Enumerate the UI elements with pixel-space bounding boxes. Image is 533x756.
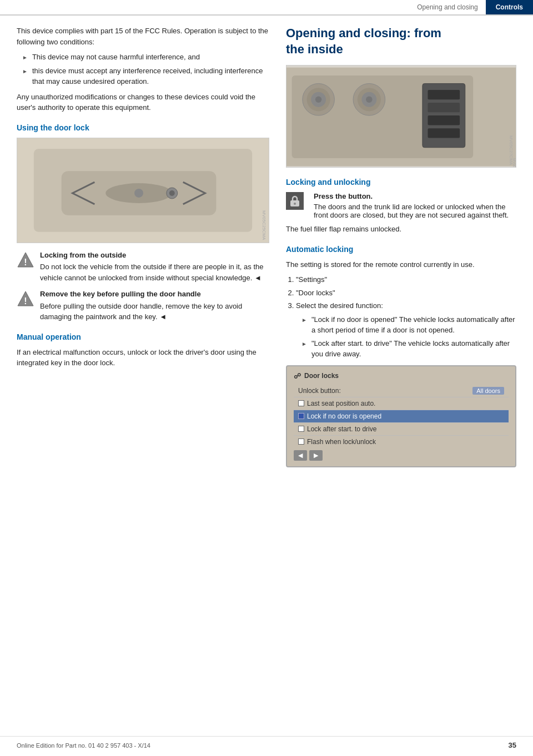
warning-triangle-icon-1: ! — [17, 251, 34, 269]
svg-point-28 — [294, 203, 296, 205]
screen-checkbox-2[interactable] — [298, 413, 304, 419]
warning-body-2: Before pulling the outside door handle, … — [40, 302, 242, 321]
press-button-text: Press the button. — [314, 192, 516, 200]
screen-row-1: Last seat position auto. — [294, 397, 509, 410]
left-column: This device complies with part 15 of the… — [17, 26, 269, 467]
warning-text-1: Locking from the outside Do not lock the… — [40, 250, 269, 284]
warning-box-1: ! Locking from the outside Do not lock t… — [17, 250, 269, 284]
bullet-text-2: this device must accept any interference… — [32, 65, 269, 87]
bullet-arrow-2: ► — [22, 67, 28, 75]
screen-ui: ☍ Door locks Unlock button: All doors La… — [286, 365, 516, 467]
intro-text: This device complies with part 15 of the… — [17, 26, 269, 47]
svg-rect-25 — [428, 128, 460, 138]
footer-edition-text: Online Edition for Part no. 01 40 2 957 … — [17, 742, 150, 749]
press-button-row: Press the button. The doors and the trun… — [286, 192, 516, 219]
interior-image: MV05C27CMA MV05C27CMA — [286, 65, 516, 168]
step-3-label: Select the desired function: — [296, 301, 383, 310]
screen-unlock-label: Unlock button: — [298, 387, 341, 395]
screen-unlock-value: All doors — [472, 387, 504, 395]
options-list: ► "Lock if no door is opened" The vehicl… — [296, 314, 516, 360]
locking-unlocking-heading: Locking and unlocking — [286, 178, 516, 187]
main-heading-line1: Opening and closing: from — [286, 26, 441, 40]
steps-list: "Settings" "Door locks" Select the desir… — [286, 274, 516, 360]
screen-title-icon: ☍ — [294, 372, 301, 380]
warning-text-2: Remove the key before pulling the door h… — [40, 289, 269, 322]
image-watermark-right: MV05C27CMA — [509, 135, 514, 165]
option-arrow-1: ► — [301, 316, 307, 324]
warning-body-1: Do not lock the vehicle from the outside… — [40, 263, 264, 282]
screen-checkbox-4[interactable] — [298, 439, 304, 445]
footer: Online Edition for Part no. 01 40 2 957 … — [0, 736, 533, 749]
screen-row-highlighted-label: Lock if no door is opened — [298, 412, 504, 420]
right-column: Opening and closing: from the inside — [286, 26, 516, 467]
bullet-list: ► This device may not cause harmful inte… — [17, 52, 269, 87]
svg-rect-23 — [428, 103, 460, 112]
screen-title-bar: ☍ Door locks — [294, 372, 509, 380]
step-1: "Settings" — [296, 274, 516, 285]
svg-point-6 — [169, 190, 175, 196]
bullet-item-2: ► this device must accept any interferen… — [22, 65, 269, 87]
svg-point-16 — [315, 97, 322, 103]
unauthorized-text: Any unauthorized modifications or change… — [17, 92, 269, 113]
option-text-1: "Lock if no door is opened" The vehicle … — [311, 314, 516, 336]
screen-nav-arrows: ◀ ▶ — [294, 450, 509, 461]
screen-nav-right[interactable]: ▶ — [309, 450, 323, 461]
main-content: This device complies with part 15 of the… — [0, 16, 533, 484]
warning-triangle-icon-2: ! — [17, 290, 34, 308]
svg-point-4 — [134, 189, 143, 198]
screen-checkbox-3[interactable] — [298, 426, 304, 432]
screen-checkbox-1[interactable] — [298, 400, 304, 406]
screen-row-highlighted: Lock if no door is opened — [294, 410, 509, 423]
svg-text:!: ! — [24, 258, 27, 267]
bullet-arrow-1: ► — [22, 53, 28, 62]
bullet-text-1: This device may not cause harmful interf… — [32, 52, 200, 63]
option-2: ► "Lock after start. to drive" The vehic… — [301, 338, 516, 360]
lock-svg-icon — [288, 194, 301, 208]
option-arrow-2: ► — [301, 340, 307, 348]
warning-title-2: Remove the key before pulling the door h… — [40, 289, 269, 300]
warning-box-2: ! Remove the key before pulling the door… — [17, 289, 269, 322]
door-lock-image: MV05C25CMA — [17, 138, 269, 243]
automatic-locking-text: The setting is stored for the remote con… — [286, 259, 516, 270]
svg-rect-24 — [428, 115, 460, 125]
screen-row-3: Lock after start. to drive — [294, 423, 509, 436]
warning-end-2: ◄ — [159, 313, 167, 321]
doors-trunk-text: The doors and the trunk lid are locked o… — [314, 203, 516, 219]
fuel-filler-text: The fuel filler flap remains unlocked. — [286, 224, 516, 235]
step-3: Select the desired function: ► "Lock if … — [296, 300, 516, 360]
screen-unlock-row: Unlock button: All doors — [294, 385, 509, 397]
warning-title-1: Locking from the outside — [40, 250, 269, 261]
header-opening-closing: Opening and closing — [411, 0, 485, 14]
screen-title-label: Door locks — [304, 372, 339, 380]
automatic-locking-heading: Automatic locking — [286, 245, 516, 254]
manual-operation-heading: Manual operation — [17, 332, 269, 341]
svg-text:!: ! — [24, 296, 27, 306]
press-text-block: Press the button. The doors and the trun… — [314, 192, 516, 219]
screen-row-4: Flash when lock/unlock — [294, 436, 509, 448]
warning-end-1: ◄ — [254, 274, 262, 282]
bullet-item-1: ► This device may not cause harmful inte… — [22, 52, 269, 63]
svg-rect-22 — [428, 90, 460, 99]
svg-point-20 — [366, 97, 373, 103]
header-controls: Controls — [486, 0, 533, 14]
screen-row-label-1: Last seat position auto. — [298, 400, 375, 407]
screen-row-label-3: Lock after start. to drive — [298, 425, 376, 433]
screen-nav-left[interactable]: ◀ — [294, 450, 307, 461]
option-text-2: "Lock after start. to drive" The vehicle… — [311, 338, 516, 360]
lock-button-icon — [286, 192, 304, 210]
manual-operation-text: If an electrical malfunction occurs, unl… — [17, 347, 269, 369]
right-main-heading: Opening and closing: from the inside — [286, 26, 516, 57]
main-heading-line2: the inside — [286, 42, 343, 56]
page-number: 35 — [509, 741, 516, 749]
step-2: "Door locks" — [296, 288, 516, 299]
interior-svg: MV05C27CMA — [286, 65, 516, 168]
header-section: Opening and closing Controls — [411, 0, 533, 14]
option-1: ► "Lock if no door is opened" The vehicl… — [301, 314, 516, 336]
door-lock-svg — [17, 138, 269, 243]
screen-row-label-4: Flash when lock/unlock — [298, 438, 376, 446]
using-door-lock-heading: Using the door lock — [17, 123, 269, 132]
header-bar: Opening and closing Controls — [0, 0, 533, 16]
image-watermark-left: MV05C25CMA — [262, 210, 266, 240]
